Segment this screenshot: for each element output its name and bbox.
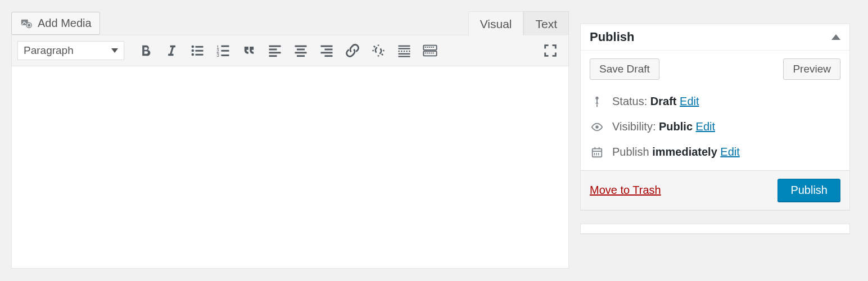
numbered-list-icon: 123 <box>215 43 231 58</box>
insert-more-icon <box>396 43 412 58</box>
keyboard-icon <box>422 43 438 58</box>
svg-rect-42 <box>431 53 432 54</box>
blockquote-button[interactable] <box>237 40 261 61</box>
svg-point-8 <box>192 53 195 56</box>
numbered-list-button[interactable]: 123 <box>211 40 236 61</box>
collapse-icon <box>831 34 840 40</box>
align-left-icon <box>267 43 283 58</box>
pin-icon <box>590 96 604 108</box>
svg-rect-43 <box>433 53 434 54</box>
unlink-button[interactable] <box>366 40 391 61</box>
svg-rect-29 <box>399 48 410 49</box>
preview-label: Preview <box>793 63 831 75</box>
save-draft-label: Save Draft <box>599 63 650 75</box>
editor-column: Add Media Visual Text Paragraph <box>11 11 569 269</box>
next-metabox <box>580 224 850 234</box>
svg-rect-23 <box>297 55 305 57</box>
editor-toolbar: Paragraph 123 <box>11 35 569 66</box>
tab-visual[interactable]: Visual <box>468 11 524 35</box>
svg-rect-5 <box>196 46 204 48</box>
edit-status-link[interactable]: Edit <box>680 95 699 107</box>
svg-rect-36 <box>431 47 432 48</box>
svg-point-6 <box>192 49 195 52</box>
blockquote-icon <box>241 43 257 58</box>
svg-rect-28 <box>399 46 410 47</box>
svg-rect-22 <box>295 52 307 53</box>
svg-rect-31 <box>399 56 410 57</box>
svg-rect-24 <box>321 46 333 47</box>
editor-content-area[interactable] <box>11 66 569 269</box>
svg-text:3: 3 <box>216 53 219 58</box>
link-icon <box>345 43 360 58</box>
svg-rect-19 <box>269 55 277 57</box>
toolbar-toggle-button[interactable] <box>418 40 442 61</box>
svg-rect-35 <box>429 47 430 48</box>
format-select-label: Paragraph <box>24 44 74 57</box>
align-right-button[interactable] <box>314 40 339 61</box>
svg-rect-25 <box>325 49 333 51</box>
svg-rect-37 <box>433 47 434 48</box>
unlink-icon <box>370 43 386 58</box>
bold-button[interactable] <box>133 40 158 61</box>
align-left-button[interactable] <box>263 40 287 61</box>
tab-text[interactable]: Text <box>523 11 569 35</box>
align-right-icon <box>319 43 334 58</box>
svg-rect-16 <box>269 46 281 47</box>
schedule-row: Publish immediately Edit <box>590 139 840 165</box>
eye-icon <box>590 121 604 133</box>
fullscreen-button[interactable] <box>538 40 563 61</box>
status-label: Status: <box>612 95 647 107</box>
svg-rect-7 <box>196 50 204 52</box>
add-media-label: Add Media <box>38 17 92 30</box>
visibility-value: Public <box>659 120 693 133</box>
publish-box: Publish Save Draft Preview <box>580 24 850 210</box>
media-icon <box>20 17 33 30</box>
svg-rect-21 <box>297 49 305 51</box>
link-button[interactable] <box>340 40 365 61</box>
bullet-list-button[interactable] <box>185 40 210 61</box>
tab-text-label: Text <box>535 17 557 30</box>
svg-rect-17 <box>269 49 277 51</box>
italic-icon <box>164 43 179 58</box>
publish-button[interactable]: Publish <box>777 179 840 202</box>
svg-rect-13 <box>221 50 229 52</box>
edit-schedule-link[interactable]: Edit <box>720 146 739 158</box>
chevron-down-icon <box>111 48 118 53</box>
svg-rect-34 <box>427 47 428 48</box>
edit-visibility-link[interactable]: Edit <box>696 120 715 133</box>
svg-rect-33 <box>425 47 426 48</box>
svg-rect-11 <box>221 46 229 47</box>
sidebar-column: Publish Save Draft Preview <box>580 11 850 269</box>
publish-box-toggle[interactable]: Publish <box>581 24 849 51</box>
calendar-icon <box>590 146 604 158</box>
save-draft-button[interactable]: Save Draft <box>590 58 659 80</box>
svg-rect-27 <box>325 55 333 57</box>
visibility-label: Visibility: <box>612 120 655 133</box>
svg-point-2 <box>28 24 30 26</box>
insert-more-button[interactable] <box>392 40 417 61</box>
svg-rect-39 <box>425 53 426 54</box>
visibility-row: Visibility: Public Edit <box>590 114 840 139</box>
svg-point-4 <box>192 46 195 48</box>
svg-rect-15 <box>221 55 229 56</box>
tab-visual-label: Visual <box>480 17 512 30</box>
publish-box-title: Publish <box>590 30 634 44</box>
schedule-label: Publish <box>612 146 649 158</box>
align-center-button[interactable] <box>288 40 313 61</box>
svg-rect-20 <box>295 46 307 47</box>
preview-button[interactable]: Preview <box>783 58 840 80</box>
bold-icon <box>138 43 153 58</box>
svg-point-44 <box>595 125 599 129</box>
move-to-trash-link[interactable]: Move to Trash <box>590 184 661 197</box>
svg-point-3 <box>22 21 24 22</box>
format-select[interactable]: Paragraph <box>17 41 124 60</box>
italic-button[interactable] <box>159 40 184 61</box>
svg-rect-45 <box>593 148 602 157</box>
svg-rect-41 <box>429 53 430 54</box>
add-media-button[interactable]: Add Media <box>11 12 100 35</box>
publish-button-label: Publish <box>790 184 828 196</box>
svg-rect-30 <box>399 53 410 55</box>
align-center-icon <box>293 43 309 58</box>
bullet-list-icon <box>189 43 205 58</box>
fullscreen-icon <box>542 43 558 58</box>
